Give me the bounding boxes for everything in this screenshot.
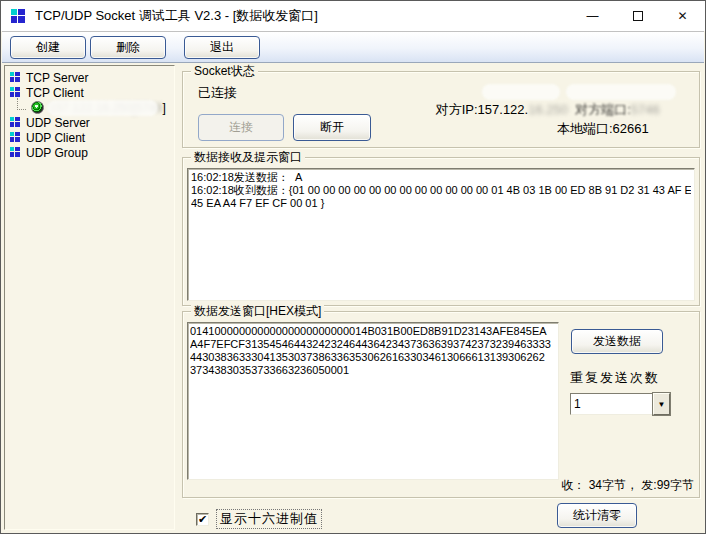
toolbar: 创建 删除 退出 (2, 31, 704, 63)
maximize-button[interactable] (615, 1, 660, 31)
delete-button[interactable]: 删除 (90, 36, 166, 59)
tree-item-udp-server[interactable]: UDP Server (5, 115, 174, 130)
exit-button[interactable]: 退出 (184, 36, 260, 59)
redaction-smudge (482, 84, 560, 100)
connection-state-text: 已连接 (198, 84, 237, 102)
tree-connector-line (17, 98, 26, 110)
maximize-icon (633, 11, 643, 21)
hex-line: 4430383633304135303738633635306261633034… (190, 351, 556, 364)
window-title: TCP/UDP Socket 调试工具 V2.3 - [数据收发窗口] (35, 7, 318, 25)
log-line: 16:02:18发送数据： A (191, 171, 691, 184)
disconnect-button[interactable]: 断开 (293, 114, 371, 141)
checkbox-box-icon[interactable]: ✔ (196, 513, 209, 526)
log-line: 16:02:18收到数据：{01 00 00 00 00 00 00 00 00… (191, 184, 691, 197)
chevron-down-icon: ▼ (658, 400, 666, 409)
tree-item-label: TCP Server (26, 71, 88, 85)
socket-status-group-title: Socket状态 (191, 65, 258, 78)
hex-send-input[interactable]: 01410000000000000000000000014B031B00ED8B… (187, 322, 559, 480)
receive-group-title: 数据接收及提示窗口 (191, 151, 305, 164)
combobox-dropdown-button[interactable]: ▼ (653, 393, 670, 415)
node-squares-icon (10, 87, 21, 98)
connect-button[interactable]: 连接 (198, 114, 284, 141)
app-logo-icon (11, 9, 26, 24)
tree-item-label: UDP Server (26, 116, 90, 130)
send-group-title: 数据发送窗口[HEX模式] (191, 305, 324, 318)
close-button[interactable]: ✕ (660, 1, 705, 31)
connection-address-masked: 157.122.16.250[5746] (49, 101, 166, 115)
node-squares-icon (10, 117, 21, 128)
create-button[interactable]: 创建 (10, 36, 86, 59)
clear-stats-button[interactable]: 统计清零 (557, 503, 637, 528)
minimize-button[interactable]: — (570, 1, 615, 31)
tree-item-active-connection[interactable]: 157.122.16.250[5746] (5, 100, 174, 115)
tree-item-label: TCP Client (26, 86, 84, 100)
tree-item-tcp-client[interactable]: TCP Client (5, 85, 174, 100)
redaction-smudge (47, 100, 158, 116)
tree-item-label: UDP Client (26, 131, 85, 145)
log-line: 45 EA A4 F7 EF CF 00 01 } (191, 197, 691, 210)
footer-row: ✔ 显示十六进制值 统计清零 (182, 503, 698, 531)
repeat-count-label: 重复发送次数 (570, 369, 660, 387)
receive-group: 数据接收及提示窗口 16:02:18发送数据： A 16:02:18收到数据：{… (182, 157, 700, 306)
node-squares-icon (10, 147, 21, 158)
connected-socket-icon (31, 101, 44, 114)
hex-display-checkbox[interactable]: ✔ 显示十六进制值 (196, 509, 322, 529)
repeat-count-combobox[interactable]: 1 ▼ (570, 393, 670, 415)
tree-item-tcp-server[interactable]: TCP Server (5, 70, 174, 85)
tree-item-udp-group[interactable]: UDP Group (5, 145, 174, 160)
tree-item-label: UDP Group (26, 146, 88, 160)
tree-item-udp-client[interactable]: UDP Client (5, 130, 174, 145)
app-window: TCP/UDP Socket 调试工具 V2.3 - [数据收发窗口] — ✕ … (0, 0, 706, 534)
send-data-button[interactable]: 发送数据 (571, 329, 663, 354)
hex-line: A4F7EFCF31354546443242324644364234373636… (190, 338, 556, 351)
byte-counter-text: 收： 34字节， 发:99字节 (561, 477, 694, 494)
connection-tree: TCP Server TCP Client 157.122.16.250[574… (4, 65, 175, 530)
send-group: 数据发送窗口[HEX模式] 01410000000000000000000000… (182, 311, 700, 498)
combobox-value[interactable]: 1 (570, 393, 653, 415)
receive-log[interactable]: 16:02:18发送数据： A 16:02:18收到数据：{01 00 00 0… (187, 168, 695, 301)
node-squares-icon (10, 132, 21, 143)
node-squares-icon (10, 72, 21, 83)
socket-status-group: Socket状态 已连接 对方IP:157.122.16.250 对方端口:57… (182, 71, 700, 148)
hex-line: 37343830353733663236050001 (190, 364, 556, 377)
redaction-smudge (566, 84, 676, 100)
hex-display-checkbox-label: 显示十六进制值 (216, 509, 322, 529)
hex-line: 01410000000000000000000000014B031B00ED8B… (190, 325, 556, 338)
local-port-text: 本地端口:62661 (557, 120, 649, 138)
titlebar: TCP/UDP Socket 调试工具 V2.3 - [数据收发窗口] — ✕ (1, 1, 705, 31)
